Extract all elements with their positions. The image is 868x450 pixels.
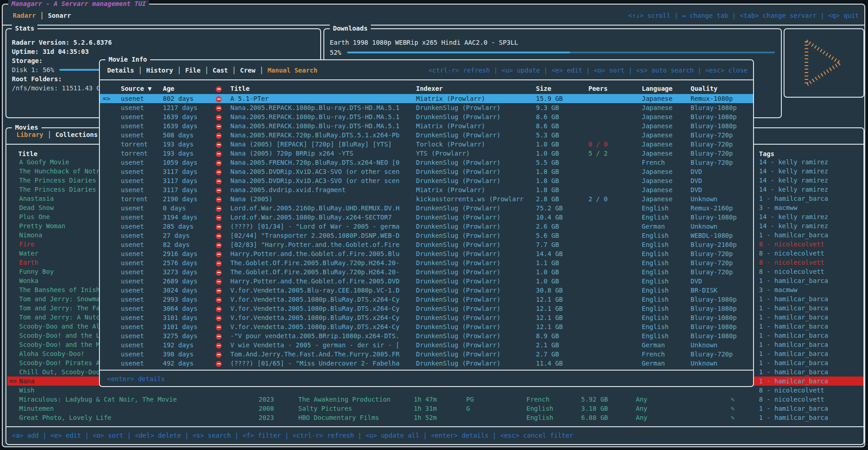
col-quality[interactable]: Quality xyxy=(691,84,752,93)
movie-list-item[interactable]: Anastasia xyxy=(7,194,101,203)
release-row[interactable]: usenet 285 days (????) [01/34] - "Lord o… xyxy=(100,222,753,231)
movie-list-item[interactable]: Fire xyxy=(7,240,101,249)
release-row[interactable]: usenet 3024 days V.for.Vendetta.2005.Blu… xyxy=(100,286,753,295)
col-indexer[interactable]: Indexer xyxy=(416,84,534,93)
release-row[interactable]: usenet 3101 days V.for.Vendetta.2005.108… xyxy=(100,322,753,331)
release-row[interactable]: torrent 193 days Nana (2005) 720p BRRip … xyxy=(100,149,753,158)
tab-library[interactable]: Library xyxy=(16,131,43,138)
tag-cell[interactable]: 1 - hamilcar_barca xyxy=(754,377,863,386)
tag-cell[interactable]: 14 - kelly ramirez xyxy=(754,167,863,176)
release-row[interactable]: usenet 3275 days -"V pour vendetta.2005.… xyxy=(100,331,753,340)
tab-radarr[interactable]: Radarr xyxy=(13,12,36,19)
release-row[interactable]: usenet 1639 days Nana.2005.REPACK.1080p.… xyxy=(100,121,753,131)
tag-cell[interactable]: 8 - nicolecolvett xyxy=(754,249,863,258)
release-row[interactable]: usenet 2993 days V.for.Vendetta.2005.108… xyxy=(100,295,753,304)
release-row[interactable]: usenet 3273 days The.Goblet.Of.Fire.2005… xyxy=(100,267,753,277)
movie-list-item[interactable]: Nimona xyxy=(7,230,101,240)
movie-list-item[interactable]: Wonka xyxy=(7,276,101,285)
tag-cell[interactable]: 1 - hamilcar_barca xyxy=(754,367,863,377)
movie-list-item[interactable]: Scooby-Doo! and the L xyxy=(7,331,101,340)
release-row[interactable]: usenet 192 days V wie Vendetta - 2005 - … xyxy=(100,340,753,350)
tag-cell[interactable]: 1 - hamilcar_barca xyxy=(754,313,863,322)
col-peers[interactable]: Peers xyxy=(588,84,639,93)
tab-details[interactable]: Details xyxy=(107,67,134,74)
release-row[interactable]: usenet 1217 days Nana.2005.REPACK.1080p.… xyxy=(100,103,753,112)
tab-file[interactable]: File xyxy=(185,67,201,74)
release-row[interactable]: usenet 82 days [02/83] "Harry.Potter.and… xyxy=(100,240,753,249)
tag-cell[interactable]: 14 - kelly ramirez xyxy=(754,185,863,194)
library-row[interactable]: 2008 Salty Pictures 1h 31m G English 3.1… xyxy=(6,404,863,413)
movie-list-item[interactable]: Dead Snow xyxy=(7,203,101,212)
release-row[interactable]: usenet 1639 days Nana.2005.REPACK.1080p.… xyxy=(100,112,753,121)
tag-cell[interactable]: 8 - nicolecolvett xyxy=(754,267,863,276)
release-row[interactable]: usenet 3117 days nana.2005.dvdrip.xvid.f… xyxy=(100,185,753,194)
tag-cell[interactable]: 14 - kelly ramirez xyxy=(754,212,863,221)
movie-list-item[interactable]: Earth xyxy=(7,258,101,267)
movie-list-item[interactable]: Wish xyxy=(7,386,101,395)
release-row[interactable]: usenet 492 days (????) [01/65] - "Miss U… xyxy=(100,359,753,368)
movie-list-item[interactable]: Tom and Jerry: Snowma xyxy=(7,294,101,303)
tag-cell[interactable]: 1 - hamilcar_barca xyxy=(754,322,863,331)
tag-cell[interactable]: 14 - kelly ramirez xyxy=(754,221,863,230)
tag-cell[interactable]: 3 - macmww xyxy=(754,203,863,212)
movie-list-item[interactable]: Scooby-Doo and the Al xyxy=(7,322,101,331)
movie-list-item[interactable]: The Hunchback of Notr xyxy=(7,167,101,176)
movie-list-item[interactable]: The Princess Diaries xyxy=(7,176,101,185)
movie-list-item[interactable]: A Goofy Movie xyxy=(7,157,101,167)
release-row[interactable]: usenet 2689 days Harry.Potter.and.the.Go… xyxy=(100,277,753,286)
tag-cell[interactable]: 8 - nicolecolvett xyxy=(754,258,863,267)
release-row[interactable]: torrent 193 days Nana (2005) [REPACK] [7… xyxy=(100,140,753,149)
tab-cast[interactable]: Cast xyxy=(213,67,228,74)
tag-cell[interactable]: 1 - hamilcar_barca xyxy=(754,331,863,340)
col-size[interactable]: Size xyxy=(536,84,585,93)
release-row[interactable]: usenet 2576 days The.Goblet.Of.Fire.2005… xyxy=(100,258,753,267)
tag-cell[interactable]: 1 - hamilcar_barca xyxy=(754,303,863,313)
tag-cell[interactable]: 1 - hamilcar_barca xyxy=(754,294,863,303)
tag-cell[interactable]: 1 - hamilcar_barca xyxy=(754,276,863,285)
tag-cell[interactable]: 1 - hamilcar_barca xyxy=(754,358,863,367)
tag-cell[interactable]: 1 - hamilcar_barca xyxy=(754,349,863,358)
tag-cell[interactable]: 8 - nicolecolvett xyxy=(754,386,863,395)
tag-cell[interactable]: 3 - macmww xyxy=(754,285,863,294)
tab-crew[interactable]: Crew xyxy=(240,67,255,74)
movie-list-item[interactable]: Pretty Woman xyxy=(7,221,101,230)
release-row[interactable]: usenet 2916 days Harry.Potter.and.the.Go… xyxy=(100,249,753,258)
col-language[interactable]: Language xyxy=(642,84,687,93)
movie-list-item[interactable]: Water xyxy=(7,249,101,258)
movie-list-item[interactable]: The Princess Diaries xyxy=(7,185,101,194)
movie-list-item[interactable]: => Nana xyxy=(7,377,101,386)
tab-sonarr[interactable]: Sonarr xyxy=(48,12,71,19)
tab-history[interactable]: History xyxy=(146,67,173,74)
col-source[interactable]: Source ▼ xyxy=(121,84,159,93)
release-row[interactable]: usenet 27 days [02/44] "Transporter 2.20… xyxy=(100,231,753,240)
release-row[interactable]: usenet 398 days Tom.And.Jerry.The.Fast.A… xyxy=(100,350,753,359)
release-row[interactable]: usenet 508 days Nana.2005.REPACK.720p.Bl… xyxy=(100,131,753,140)
movie-list-item[interactable]: The Banshees of Inish xyxy=(7,285,101,294)
tag-cell[interactable]: 1 - hamilcar_barca xyxy=(754,340,863,349)
library-row[interactable]: 2023 HBO Documentary Films 1h 52m Englis… xyxy=(6,413,863,422)
col-title[interactable]: Title xyxy=(230,84,414,93)
release-row[interactable]: usenet 3194 days Lord.of.War.2005.1080p.… xyxy=(100,213,753,222)
release-row[interactable]: torrent 2190 days Nana (2005) kickasstor… xyxy=(100,194,753,204)
release-row[interactable]: usenet 0 days Lord.of.War.2005.2160p.Blu… xyxy=(100,204,753,213)
movie-list-item[interactable]: Aloha Scooby-Doo! xyxy=(7,349,101,358)
tab-collections[interactable]: Collections xyxy=(55,131,98,138)
release-row[interactable]: usenet 1059 days Nana.2005.FRENCH.720p.B… xyxy=(100,158,753,167)
movie-list-item[interactable]: Scooby-Doo! Pirates A xyxy=(7,358,101,367)
movie-list-item[interactable]: Tom and Jerry: A Nutc xyxy=(7,313,101,322)
library-row[interactable]: 2023 The Awakening Production 1h 47m PG … xyxy=(6,395,863,404)
tag-cell[interactable]: 14 - kelly ramirez xyxy=(754,176,863,185)
movie-list-item[interactable]: Funny Boy xyxy=(7,267,101,276)
movie-list-item[interactable]: Chill Out, Scooby-Doo xyxy=(7,367,101,377)
tag-cell[interactable]: 8 - nicolecolvett xyxy=(754,240,863,249)
movie-list-item[interactable]: Tom and Jerry: The Fa xyxy=(7,303,101,313)
tab-manual-search[interactable]: Manual Search xyxy=(267,67,317,74)
release-row[interactable]: usenet 3101 days V.for.Vendetta.2005.108… xyxy=(100,313,753,322)
tag-cell[interactable]: 1 - hamilcar_barca xyxy=(754,194,863,203)
movie-list-item[interactable]: Plus One xyxy=(7,212,101,221)
movie-list-item[interactable]: Scooby-Doo! and the M xyxy=(7,340,101,349)
tag-cell[interactable]: 1 - hamilcar_barca xyxy=(754,230,863,240)
release-row[interactable]: => usenet 802 days A 5.1-PTer Miatrix (P… xyxy=(100,94,753,103)
release-row[interactable]: usenet 3117 days Nana.2005.DVDRip.XviD.A… xyxy=(100,176,753,185)
release-row[interactable]: usenet 3117 days Nana.2005.DVDRip.XviD.A… xyxy=(100,167,753,176)
